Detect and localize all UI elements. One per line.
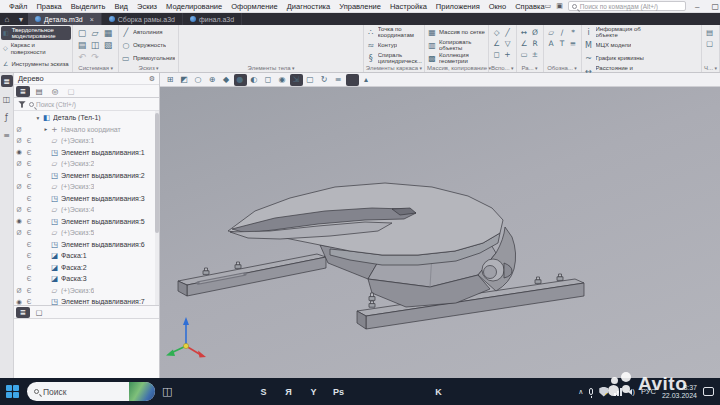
- whatsapp-icon[interactable]: [404, 383, 422, 401]
- group-label[interactable]: Ч...: [704, 64, 717, 72]
- group-label[interactable]: Массив, копирование: [427, 64, 486, 72]
- axis-icon[interactable]: [502, 27, 513, 38]
- tree-item[interactable]: Фаска:2: [14, 262, 159, 274]
- visibility-eye-icon[interactable]: [14, 126, 24, 133]
- menu-item[interactable]: Файл: [9, 2, 27, 11]
- tab-close-icon[interactable]: ×: [90, 16, 94, 23]
- menu-item[interactable]: Управление: [339, 2, 381, 11]
- undo-icon[interactable]: [75, 51, 88, 63]
- ribbon-button[interactable]: Копировать объекты: [427, 39, 486, 51]
- view-toolbar-button[interactable]: [318, 74, 331, 86]
- tablist-dropdown-icon[interactable]: ▾: [14, 13, 28, 25]
- table-icon[interactable]: [568, 38, 579, 49]
- polyline-icon[interactable]: [491, 49, 502, 60]
- menu-item[interactable]: Справка: [515, 2, 544, 11]
- document-tab[interactable]: Сборка рамы.a3d: [102, 13, 183, 25]
- tree-item[interactable]: Элемент выдавливания:6: [14, 239, 159, 251]
- plane-icon[interactable]: [491, 27, 502, 38]
- save-as-icon[interactable]: [101, 39, 114, 51]
- 3d-model[interactable]: [160, 87, 720, 378]
- filter-icon[interactable]: [18, 100, 25, 107]
- volume-icon[interactable]: ): [628, 387, 635, 396]
- print-icon[interactable]: [75, 39, 88, 51]
- view-toolbar-button[interactable]: [234, 74, 247, 86]
- view-toolbar-button[interactable]: [178, 74, 191, 86]
- menu-item[interactable]: Моделирование: [166, 2, 222, 11]
- task-view-icon[interactable]: ◫: [162, 385, 172, 398]
- visibility-eye-icon[interactable]: [14, 287, 24, 294]
- tree-item[interactable]: Деталь (Тел-1): [14, 112, 159, 124]
- view-toolbar-button[interactable]: [346, 74, 359, 86]
- ribbon-button[interactable]: Спираль цилиндрическ...: [366, 52, 422, 64]
- control-point-icon[interactable]: [502, 38, 513, 49]
- menu-item[interactable]: Оформление: [231, 2, 278, 11]
- group-label[interactable]: Обозна...: [546, 64, 579, 72]
- tree-item[interactable]: (+)Эскиз:5: [14, 227, 159, 239]
- menu-item[interactable]: Эскиз: [137, 2, 157, 11]
- gear-icon[interactable]: ⚙: [149, 75, 155, 83]
- ribbon-button[interactable]: Контур: [366, 39, 422, 51]
- visibility-eye-icon[interactable]: [14, 298, 24, 305]
- view-toolbar-button[interactable]: [192, 74, 205, 86]
- cs-icon[interactable]: [491, 38, 502, 49]
- expand-arrow-icon[interactable]: [42, 126, 50, 132]
- tree-panel-icon[interactable]: [1, 75, 13, 87]
- ribbon-button[interactable]: Окружность: [121, 39, 176, 51]
- tree-scrollbar[interactable]: [155, 111, 159, 305]
- tree-tab-icon[interactable]: [16, 86, 30, 97]
- view-toolbar-button[interactable]: [248, 74, 261, 86]
- tray-chevron-icon[interactable]: ∧: [578, 388, 583, 396]
- view-toolbar-button[interactable]: [206, 74, 219, 86]
- ribbon-button[interactable]: МЦХ модели: [584, 39, 646, 51]
- minimize-button[interactable]: –: [691, 2, 704, 11]
- skype-icon[interactable]: S: [254, 383, 272, 401]
- menu-item[interactable]: Приложения: [436, 2, 480, 11]
- ribbon-button[interactable]: График кривизны: [584, 52, 646, 64]
- open-icon[interactable]: [88, 27, 101, 39]
- new-doc-icon[interactable]: [75, 27, 88, 39]
- model-canvas[interactable]: [160, 87, 720, 378]
- tree-item[interactable]: Элемент выдавливания:7: [14, 296, 159, 305]
- text-t-icon[interactable]: [557, 38, 568, 49]
- ribbon-mode-button[interactable]: Инструменты эскиза: [1, 57, 71, 71]
- ribbon-button[interactable]: Точка по координатам: [366, 26, 422, 38]
- visibility-eye-icon[interactable]: [14, 160, 24, 167]
- yandex-browser-icon[interactable]: Y: [304, 383, 322, 401]
- search-highlight-image[interactable]: [129, 382, 155, 401]
- mark-icon[interactable]: [568, 27, 579, 38]
- maximize-button[interactable]: ▢: [709, 2, 720, 11]
- tree-item[interactable]: (+)Эскиз:6: [14, 285, 159, 297]
- visibility-eye-icon[interactable]: [14, 206, 24, 213]
- taskbar-search[interactable]: Поиск: [27, 382, 155, 401]
- menu-item[interactable]: Вид: [114, 2, 128, 11]
- group-label[interactable]: Вспо...: [491, 64, 514, 72]
- view-toolbar-button[interactable]: [164, 74, 177, 86]
- notification-icon[interactable]: [703, 387, 714, 396]
- tree-item[interactable]: Начало координат: [14, 124, 159, 136]
- edge-icon[interactable]: [229, 383, 247, 401]
- text-a-icon[interactable]: [546, 38, 557, 49]
- green-app-icon[interactable]: [379, 383, 397, 401]
- ribbon-button[interactable]: Коллекция геометрии: [427, 52, 486, 64]
- tree-item[interactable]: Фаска:3: [14, 273, 159, 285]
- fullscreen-icon[interactable]: ▣: [556, 2, 563, 10]
- redo-icon[interactable]: [88, 51, 101, 63]
- network-icon[interactable]: [614, 388, 622, 396]
- menu-item[interactable]: Настройка: [390, 2, 427, 11]
- group-label[interactable]: Элементы каркаса: [366, 64, 422, 72]
- save-icon[interactable]: [101, 27, 114, 39]
- view-toolbar-button[interactable]: [276, 74, 289, 86]
- tree-item[interactable]: Фаска:1: [14, 250, 159, 262]
- purple-app-icon[interactable]: [179, 383, 197, 401]
- yandex-icon[interactable]: Я: [279, 383, 297, 401]
- plus-icon[interactable]: [502, 49, 513, 60]
- tree-item[interactable]: Элемент выдавливания:3: [14, 193, 159, 205]
- menu-item[interactable]: Окно: [489, 2, 506, 11]
- visibility-eye-icon[interactable]: [14, 229, 24, 236]
- leader-icon[interactable]: [546, 27, 557, 38]
- menu-item[interactable]: Выделить: [71, 2, 106, 11]
- zones-tab-icon[interactable]: [48, 86, 62, 97]
- view-toolbar-button[interactable]: [360, 74, 373, 86]
- tree-item[interactable]: Элемент выдавливания:2: [14, 170, 159, 182]
- tree-item[interactable]: (+)Эскиз:4: [14, 204, 159, 216]
